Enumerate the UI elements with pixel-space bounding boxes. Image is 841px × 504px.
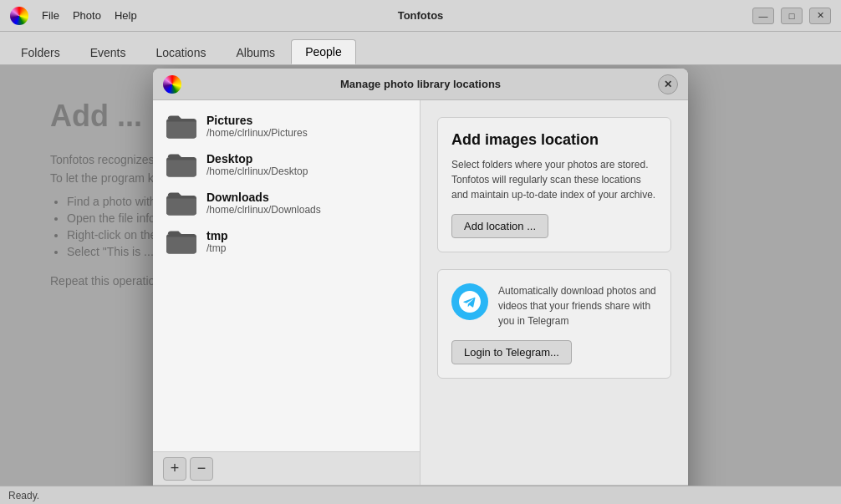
location-path-desktop: /home/clrlinux/Desktop [206,165,308,177]
tab-locations[interactable]: Locations [142,40,221,64]
location-name-tmp: tmp [206,229,228,242]
statusbar: Ready. [0,486,841,504]
login-telegram-button[interactable]: Login to Telegram... [451,340,572,364]
location-name-desktop: Desktop [206,152,308,165]
telegram-icon [451,283,488,320]
modal-app-icon [163,75,181,94]
folder-icon [166,191,196,216]
location-name-downloads: Downloads [206,191,321,204]
location-path-tmp: /tmp [206,242,228,254]
tab-events[interactable]: Events [76,40,140,64]
location-info-desktop: Desktop /home/clrlinux/Desktop [206,152,308,177]
menu-file[interactable]: File [42,9,59,22]
add-images-location-section: Add images location Select folders where… [437,117,671,252]
tab-albums[interactable]: Albums [222,40,289,64]
nav-tabs: Folders Events Locations Albums People [0,32,841,65]
app-icon [10,7,28,25]
add-location-list-button[interactable]: + [163,457,186,481]
titlebar-left: File Photo Help [10,7,137,25]
status-text: Ready. [8,490,39,501]
modal-icon-title [163,75,181,94]
modal-titlebar: Manage photo library locations ✕ [153,69,688,100]
telegram-logo [459,291,481,313]
titlebar: File Photo Help Tonfotos — □ ✕ [0,0,841,32]
menu-help[interactable]: Help [115,9,137,22]
add-location-button[interactable]: Add location ... [451,214,548,238]
location-info-pictures: Pictures /home/clrlinux/Pictures [206,114,308,139]
telegram-description: Automatically download photos and videos… [498,283,657,328]
location-info-tmp: tmp /tmp [206,229,228,254]
telegram-section: Automatically download photos and videos… [437,269,671,379]
add-location-title: Add images location [451,131,657,149]
modal-title: Manage photo library locations [340,78,501,90]
modal-overlay: Manage photo library locations ✕ [0,65,841,504]
remove-location-button[interactable]: − [190,457,213,481]
folder-icon [166,114,196,139]
window-controls: — □ ✕ [752,8,831,24]
folder-icon [166,152,196,177]
add-location-description: Select folders where your photos are sto… [451,157,657,202]
minimize-button[interactable]: — [752,8,774,24]
maximize-button[interactable]: □ [781,8,803,24]
actions-panel: Add images location Select folders where… [420,100,688,485]
location-item-downloads[interactable]: Downloads /home/clrlinux/Downloads [153,184,420,222]
location-info-downloads: Downloads /home/clrlinux/Downloads [206,191,321,216]
location-path-downloads: /home/clrlinux/Downloads [206,204,321,216]
list-buttons: + − [153,451,420,485]
folder-icon [166,229,196,254]
location-item-tmp[interactable]: tmp /tmp [153,222,420,261]
main-content: Add ... Tonfotos recognizes the fac... T… [0,65,841,504]
modal-close-button[interactable]: ✕ [658,74,678,94]
app-title: Tonfotos [398,9,444,22]
location-path-pictures: /home/clrlinux/Pictures [206,127,308,139]
menu-bar: File Photo Help [42,9,137,22]
telegram-header: Automatically download photos and videos… [451,283,657,328]
tab-folders[interactable]: Folders [7,40,74,64]
location-item-desktop[interactable]: Desktop /home/clrlinux/Desktop [153,145,420,184]
location-list-panel: Pictures /home/clrlinux/Pictures Desktop [153,100,420,485]
menu-photo[interactable]: Photo [73,9,101,22]
location-list: Pictures /home/clrlinux/Pictures Desktop [153,100,420,451]
location-item-pictures[interactable]: Pictures /home/clrlinux/Pictures [153,107,420,145]
modal-body: Pictures /home/clrlinux/Pictures Desktop [153,100,688,485]
tab-people[interactable]: People [291,39,356,64]
location-name-pictures: Pictures [206,114,308,127]
modal-dialog: Manage photo library locations ✕ [153,69,688,504]
close-button[interactable]: ✕ [809,8,831,24]
